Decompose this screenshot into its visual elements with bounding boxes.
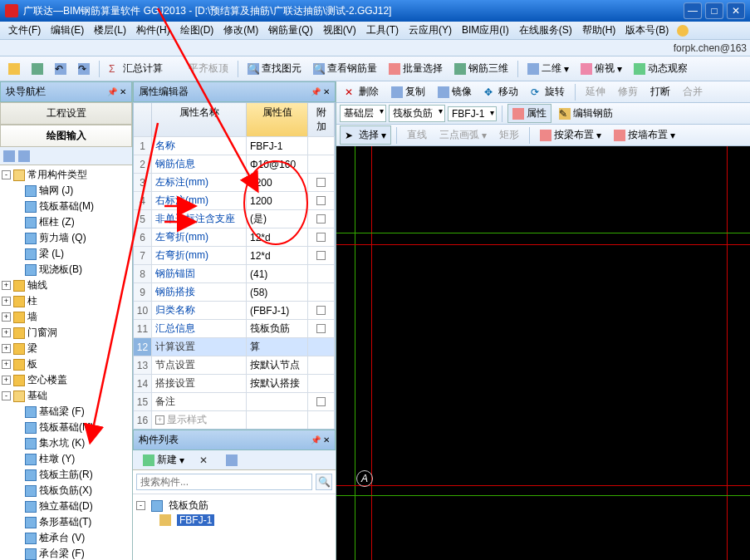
- trim-button[interactable]: 修剪: [613, 82, 643, 101]
- checkbox[interactable]: [316, 306, 326, 315]
- menu-file[interactable]: 文件(F): [3, 22, 46, 39]
- edit-rebar-button[interactable]: ✎编辑钢筋: [554, 104, 618, 123]
- prop-value[interactable]: 12*d: [247, 247, 308, 264]
- menu-online[interactable]: 在线服务(S): [514, 22, 577, 39]
- complist-tree[interactable]: -筏板负筋 FBFJ-1: [133, 494, 336, 560]
- prop-extra[interactable]: [308, 265, 335, 282]
- find-button[interactable]: 🔍查找图元: [243, 59, 306, 78]
- prop-extra[interactable]: [308, 210, 335, 228]
- tree-item[interactable]: 筏板主筋(R): [2, 467, 130, 483]
- maximize-button[interactable]: □: [705, 2, 723, 19]
- prop-value[interactable]: (是): [247, 210, 308, 228]
- tree-item[interactable]: 独立基础(D): [2, 499, 130, 514]
- prop-value[interactable]: 按默认节点: [247, 356, 308, 374]
- prop-row[interactable]: 14 搭接设置 按默认搭接: [134, 374, 335, 392]
- prop-extra[interactable]: [308, 375, 335, 392]
- tree-item[interactable]: 承台梁 (F): [2, 546, 130, 560]
- menu-tool[interactable]: 工具(T): [361, 22, 404, 39]
- prop-value[interactable]: FBFJ-1: [247, 137, 308, 155]
- checkbox[interactable]: [316, 324, 326, 333]
- prop-extra[interactable]: [308, 228, 335, 246]
- menu-bim[interactable]: BIM应用(I): [457, 22, 514, 39]
- checkbox[interactable]: [316, 178, 326, 187]
- dynobs-button[interactable]: 动态观察: [629, 59, 693, 78]
- check-rebar-button[interactable]: 🔍查看钢筋量: [308, 59, 382, 78]
- select-button[interactable]: ➤选择▾: [340, 125, 391, 145]
- tree-category[interactable]: +空心楼盖: [2, 372, 130, 388]
- copy-button[interactable]: 复制: [386, 82, 430, 101]
- close-button[interactable]: ✕: [727, 2, 745, 19]
- open-button[interactable]: [3, 61, 25, 77]
- expand-icon[interactable]: +: [2, 328, 11, 337]
- prop-value[interactable]: (41): [247, 265, 308, 282]
- pin-icon[interactable]: 📌 ✕: [311, 435, 330, 445]
- checkbox[interactable]: [316, 397, 326, 406]
- prop-value[interactable]: 1200: [247, 192, 308, 209]
- prop-extra[interactable]: [308, 247, 335, 264]
- extend-button[interactable]: 延伸: [581, 82, 610, 101]
- new-button[interactable]: 新建▾: [138, 450, 189, 469]
- tree-item[interactable]: 梁 (L): [2, 246, 130, 262]
- menu-help[interactable]: 帮助(H): [577, 22, 621, 39]
- tree-item[interactable]: 框柱 (Z): [2, 214, 130, 230]
- prop-value[interactable]: [247, 411, 308, 429]
- prop-value[interactable]: 1200: [247, 174, 308, 191]
- redo-button[interactable]: ↷: [73, 61, 95, 77]
- category-combo[interactable]: 筏板负筋: [389, 105, 445, 122]
- prop-extra[interactable]: [308, 411, 335, 429]
- prop-value[interactable]: (FBFJ-1): [247, 302, 308, 319]
- prop-row[interactable]: 9 钢筋搭接 (58): [134, 282, 335, 301]
- break-button[interactable]: 打断: [645, 82, 675, 101]
- property-button[interactable]: 属性: [507, 104, 551, 123]
- prop-grid[interactable]: 属性名称 属性值 附加 1 名称 FBFJ-1 2 钢筋信息 Φ10@160 3…: [133, 102, 336, 430]
- menu-version[interactable]: 版本号(B): [620, 22, 674, 39]
- prop-row[interactable]: 6 左弯折(mm) 12*d: [134, 228, 335, 246]
- prop-row[interactable]: 12 计算设置 算: [134, 337, 335, 356]
- menu-rebar[interactable]: 钢筋量(Q): [263, 22, 317, 39]
- tree-root[interactable]: -常用构件类型: [2, 167, 130, 183]
- tree-category[interactable]: +墙: [2, 309, 130, 325]
- checkbox[interactable]: [316, 214, 326, 224]
- prop-extra[interactable]: [308, 393, 335, 410]
- expand-icon[interactable]: +: [2, 360, 11, 369]
- prop-value[interactable]: 按默认搭接: [247, 375, 308, 392]
- prop-row[interactable]: 7 右弯折(mm) 12*d: [134, 246, 335, 264]
- delete-button[interactable]: ✕删除: [340, 82, 384, 101]
- tree-item[interactable]: 筏板负筋(X): [2, 483, 130, 499]
- prop-row[interactable]: 2 钢筋信息 Φ10@160: [134, 155, 335, 173]
- line-button[interactable]: 直线: [402, 125, 432, 145]
- tree-item[interactable]: 桩承台 (V): [2, 530, 130, 546]
- arc-button[interactable]: 三点画弧▾: [434, 125, 492, 145]
- mirror-button[interactable]: 镜像: [433, 82, 477, 101]
- expand-icon[interactable]: +: [2, 376, 11, 385]
- move-button[interactable]: ✥移动: [479, 82, 523, 101]
- undo-button[interactable]: ↶: [50, 61, 71, 77]
- tree-item[interactable]: 筏板基础(M): [2, 420, 130, 435]
- prop-row[interactable]: 16 + 显示样式: [134, 410, 335, 429]
- expand-icon[interactable]: +: [2, 297, 11, 306]
- prop-row[interactable]: 13 节点设置 按默认节点: [134, 356, 335, 374]
- by-wall-button[interactable]: 按墙布置▾: [609, 125, 680, 145]
- expand-icon[interactable]: +: [155, 415, 164, 425]
- prop-row[interactable]: 3 左标注(mm) 1200: [134, 173, 335, 191]
- minimize-button[interactable]: —: [684, 2, 702, 19]
- prop-value[interactable]: 12*d: [247, 228, 308, 246]
- checkbox[interactable]: [316, 196, 326, 205]
- rotate-button[interactable]: ⟳旋转: [526, 82, 570, 101]
- prop-extra[interactable]: [308, 137, 335, 155]
- prop-row[interactable]: 1 名称 FBFJ-1: [134, 136, 335, 155]
- tree-category[interactable]: +门窗洞: [2, 325, 130, 341]
- prop-extra[interactable]: [308, 320, 335, 337]
- merge-button[interactable]: 合并: [678, 82, 708, 101]
- summary-button[interactable]: Σ汇总计算: [104, 59, 168, 78]
- tree-category[interactable]: +轴线: [2, 278, 130, 293]
- floor-combo[interactable]: 基础层: [340, 105, 386, 122]
- tree-item[interactable]: 条形基础(T): [2, 514, 130, 530]
- expand-icon[interactable]: +: [2, 281, 11, 290]
- prop-extra[interactable]: [308, 155, 335, 173]
- prop-extra[interactable]: [308, 356, 335, 374]
- prop-row[interactable]: 4 右标注(mm) 1200: [134, 191, 335, 209]
- tree-category[interactable]: +柱: [2, 293, 130, 309]
- menu-member[interactable]: 构件(H): [131, 22, 175, 39]
- complist-root[interactable]: -筏板负筋: [136, 498, 332, 513]
